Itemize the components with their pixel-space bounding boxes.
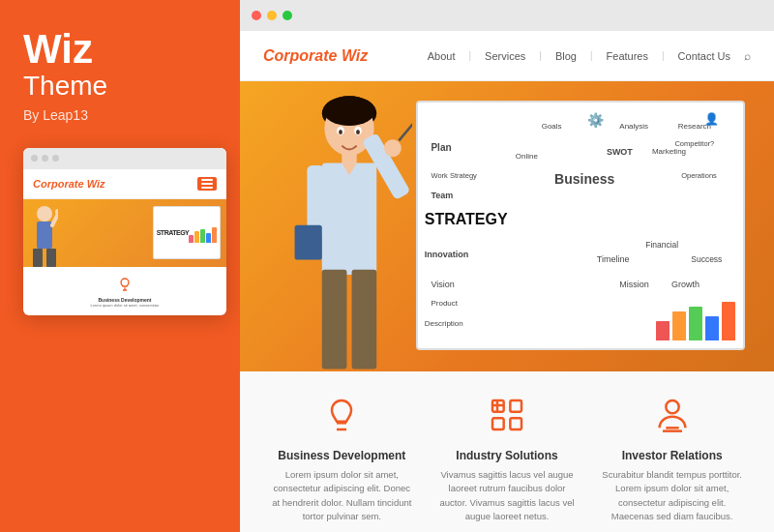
mini-bar-5 bbox=[212, 227, 217, 243]
mini-dot-1 bbox=[31, 155, 38, 162]
mini-strategy-text: STRATEGY bbox=[157, 229, 190, 236]
wb-icon: ⚙️ bbox=[587, 112, 604, 128]
svg-point-9 bbox=[323, 96, 375, 126]
nav-about[interactable]: About bbox=[428, 50, 456, 62]
hero-section: Goals Analysis Plan Online SWOT Marketin… bbox=[240, 81, 774, 371]
svg-rect-26 bbox=[510, 400, 521, 412]
site-logo: Corporate Wiz bbox=[263, 47, 368, 65]
svg-rect-2 bbox=[33, 249, 43, 267]
feature-title-2: Industry Solutions bbox=[456, 449, 557, 462]
svg-rect-17 bbox=[295, 225, 322, 260]
browser-maximize-dot[interactable] bbox=[283, 11, 292, 20]
features-section: Business Development Lorem ipsum dolor s… bbox=[240, 371, 774, 532]
wb-person-icon: 👤 bbox=[704, 112, 719, 126]
nav-blog[interactable]: Blog bbox=[555, 50, 577, 62]
svg-rect-1 bbox=[37, 222, 52, 249]
search-icon[interactable]: ⌕ bbox=[744, 49, 751, 63]
bar-5 bbox=[722, 302, 735, 340]
whiteboard-bar-chart bbox=[656, 292, 735, 340]
site-navigation: About | Services | Blog | Features | Con… bbox=[428, 49, 751, 63]
menu-line-2 bbox=[201, 183, 213, 185]
mini-whiteboard: STRATEGY bbox=[153, 206, 221, 259]
app-subtitle: Theme bbox=[23, 72, 107, 102]
svg-point-0 bbox=[37, 206, 52, 222]
mini-person-svg bbox=[31, 204, 58, 267]
right-panel: Corporate Wiz About | Services | Blog | … bbox=[240, 0, 774, 532]
site-header: Corporate Wiz About | Services | Blog | … bbox=[240, 31, 774, 81]
svg-point-22 bbox=[339, 130, 342, 134]
svg-rect-27 bbox=[492, 418, 504, 429]
mini-feature-text-1: Lorem ipsum dolor sit amet, consectetur bbox=[90, 303, 159, 308]
hero-whiteboard: Goals Analysis Plan Online SWOT Marketin… bbox=[416, 101, 745, 350]
menu-line-1 bbox=[201, 179, 213, 181]
browser-close-dot[interactable] bbox=[252, 11, 261, 20]
feature-text-1: Lorem ipsum dolor sit amet, consectetur … bbox=[269, 468, 415, 523]
feature-title-3: Investor Relations bbox=[622, 449, 723, 462]
feature-industry-solutions: Industry Solutions Vivamus sagittis lacu… bbox=[434, 391, 580, 523]
menu-line-3 bbox=[201, 187, 213, 189]
mini-browser-preview: Corporate Wiz bbox=[23, 148, 226, 315]
svg-line-4 bbox=[52, 214, 58, 225]
feature-text-3: Scurabitur blandit tempus porttitor. Lor… bbox=[599, 468, 745, 523]
app-author: By Leap13 bbox=[23, 107, 88, 123]
svg-rect-3 bbox=[46, 249, 56, 267]
svg-rect-28 bbox=[510, 418, 521, 429]
bar-3 bbox=[689, 307, 702, 340]
mini-bar-4 bbox=[206, 233, 211, 243]
mini-dot-3 bbox=[52, 155, 59, 162]
nav-features[interactable]: Features bbox=[607, 50, 648, 62]
mini-bulb-icon bbox=[115, 275, 134, 294]
mini-hero-background: STRATEGY bbox=[23, 199, 226, 267]
left-panel: Wiz Theme By Leap13 Corporate Wiz bbox=[0, 0, 240, 532]
svg-point-23 bbox=[356, 130, 360, 134]
browser-minimize-dot[interactable] bbox=[267, 11, 277, 20]
bar-1 bbox=[656, 321, 670, 340]
browser-chrome-bar bbox=[240, 0, 774, 31]
svg-rect-18 bbox=[322, 270, 347, 369]
feature-text-2: Vivamus sagittis lacus vel augue laoreet… bbox=[434, 468, 580, 523]
browser-content-area: Corporate Wiz About | Services | Blog | … bbox=[240, 31, 774, 532]
mini-menu-button[interactable] bbox=[197, 177, 217, 191]
svg-line-16 bbox=[399, 111, 412, 141]
mini-bar-2 bbox=[194, 231, 199, 243]
feature-title-1: Business Development bbox=[278, 449, 405, 462]
mini-site-header: Corporate Wiz bbox=[23, 169, 226, 199]
mini-bar-3 bbox=[200, 229, 205, 243]
svg-rect-19 bbox=[352, 270, 377, 369]
mini-site-logo: Corporate Wiz bbox=[33, 178, 104, 190]
svg-rect-11 bbox=[322, 163, 376, 275]
person-icon bbox=[648, 391, 697, 439]
mini-features-section: Business Development Lorem ipsum dolor s… bbox=[23, 267, 226, 315]
bar-4 bbox=[705, 316, 719, 340]
svg-rect-13 bbox=[307, 165, 324, 234]
nav-services[interactable]: Services bbox=[485, 50, 525, 62]
mini-feature-bulb: Business Development Lorem ipsum dolor s… bbox=[33, 275, 217, 308]
app-title: Wiz bbox=[23, 29, 93, 70]
mini-dot-2 bbox=[42, 155, 48, 162]
svg-point-31 bbox=[666, 400, 678, 413]
feature-investor-relations: Investor Relations Scurabitur blandit te… bbox=[599, 391, 745, 523]
bar-2 bbox=[672, 311, 686, 340]
mini-browser-bar bbox=[23, 148, 226, 169]
feature-business-development: Business Development Lorem ipsum dolor s… bbox=[269, 391, 415, 523]
grid-icon bbox=[483, 391, 531, 439]
nav-contact[interactable]: Contact Us bbox=[678, 50, 730, 62]
mini-hero-section: STRATEGY bbox=[23, 199, 226, 267]
mini-bar-1 bbox=[189, 235, 194, 243]
bulb-icon bbox=[317, 391, 366, 439]
hero-person-svg bbox=[286, 86, 412, 371]
svg-point-5 bbox=[55, 209, 58, 215]
